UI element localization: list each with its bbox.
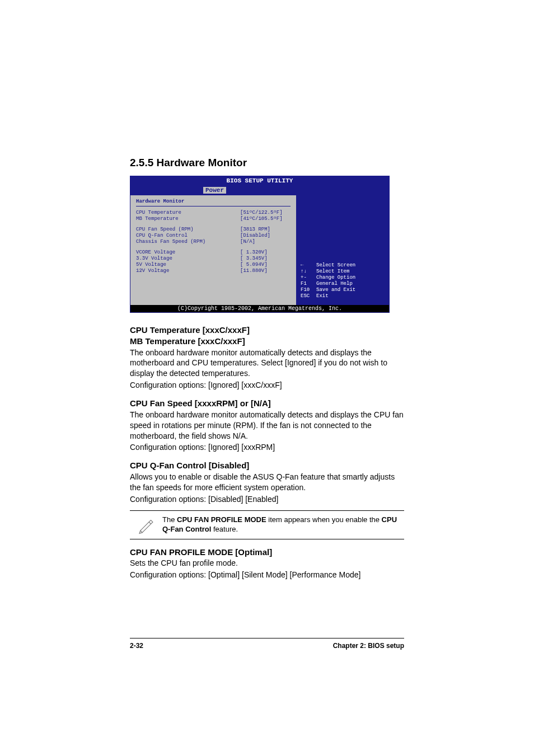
bios-title: BIOS SETUP UTILITY	[130, 176, 389, 184]
bios-screenshot: BIOS SETUP UTILITY Power Hardware Monito…	[130, 176, 390, 313]
body-text: Configuration options: [Ignored] [xxxRPM…	[130, 442, 404, 453]
heading-cpu-fan-profile-mode: CPU FAN PROFILE MODE [Optimal]	[130, 547, 404, 558]
help-row: +-Change Option	[301, 275, 385, 281]
heading-cpu-temperature: CPU Temperature [xxxC/xxxF]	[130, 325, 404, 336]
bios-copyright: (C)Copyright 1985-2002, American Megatre…	[130, 305, 389, 312]
body-text: Configuration options: [Optimal] [Silent…	[130, 570, 404, 580]
bios-item: CPU Temperature[51ºC/122.5ºF]	[136, 210, 291, 216]
body-text: Allows you to enable or disable the ASUS…	[130, 472, 404, 493]
bios-panel-title: Hardware Monitor	[136, 199, 291, 206]
bios-item: Chassis Fan Speed (RPM)[N/A]	[136, 239, 291, 245]
body-text: The onboard hardware monitor automatical…	[130, 410, 404, 442]
heading-cpu-qfan-control: CPU Q-Fan Control [Disabled]	[130, 461, 404, 471]
note-box: The CPU FAN PROFILE MODE item appears wh…	[130, 510, 404, 539]
page-number: 2-32	[130, 642, 143, 650]
bios-tab-row: Power	[130, 184, 389, 195]
bios-item: CPU Fan Speed (RPM)[3813 RPM]	[136, 227, 291, 233]
help-row: F1General Help	[301, 281, 385, 287]
bios-left-panel: Hardware Monitor CPU Temperature[51ºC/12…	[130, 195, 296, 305]
bios-item: MB Temperature[41ºC/105.5ºF]	[136, 216, 291, 222]
body-text: Configuration options: [Ignored] [xxxC/x…	[130, 380, 404, 391]
body-text: The onboard hardware monitor automatical…	[130, 348, 404, 379]
body-text: Sets the CPU fan profile mode.	[130, 558, 404, 569]
help-row: ↑↓Select Item	[301, 269, 385, 275]
bios-help-panel: ←Select Screen ↑↓Select Item +-Change Op…	[296, 195, 389, 305]
heading-cpu-fan-speed: CPU Fan Speed [xxxxRPM] or [N/A]	[130, 398, 404, 409]
bios-tab-power: Power	[203, 187, 226, 194]
bios-item: CPU Q-Fan Control[Disabled]	[136, 233, 291, 239]
page-footer: 2-32 Chapter 2: BIOS setup	[130, 638, 404, 650]
page: 2.5.5 Hardware Monitor BIOS SETUP UTILIT…	[0, 0, 534, 756]
help-row: ESCExit	[301, 293, 385, 299]
bios-item: 3.3V Voltage[ 3.345V]	[136, 256, 291, 262]
section-heading: 2.5.5 Hardware Monitor	[130, 157, 404, 169]
pencil-icon	[130, 514, 162, 536]
help-row: F10Save and Exit	[301, 287, 385, 293]
bios-item: 12V Voltage[11.880V]	[136, 268, 291, 274]
note-text: The CPU FAN PROFILE MODE item appears wh…	[162, 514, 404, 536]
help-row: ←Select Screen	[301, 262, 385, 269]
bios-item: VCORE Voltage[ 1.320V]	[136, 250, 291, 256]
chapter-label: Chapter 2: BIOS setup	[333, 642, 404, 650]
heading-mb-temperature: MB Temperature [xxxC/xxxF]	[130, 336, 404, 347]
bios-item: 5V Voltage[ 5.094V]	[136, 262, 291, 268]
body-text: Configuration options: [Disabled] [Enabl…	[130, 494, 404, 505]
